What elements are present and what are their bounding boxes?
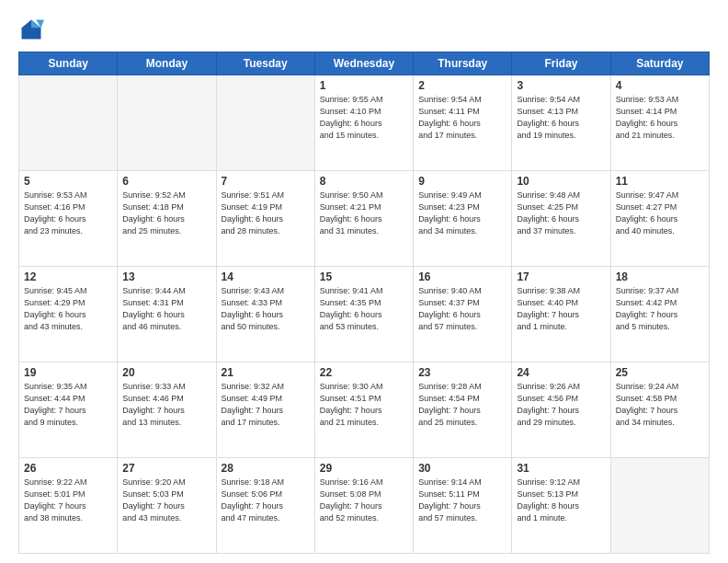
day-number: 9 <box>418 175 506 188</box>
day-header-sunday: Sunday <box>19 52 118 75</box>
day-cell-21: 21Sunrise: 9:32 AM Sunset: 4:49 PM Dayli… <box>216 362 314 458</box>
day-info: Sunrise: 9:32 AM Sunset: 4:49 PM Dayligh… <box>222 381 310 429</box>
empty-cell <box>118 75 216 171</box>
day-cell-27: 27Sunrise: 9:20 AM Sunset: 5:03 PM Dayli… <box>118 458 216 554</box>
day-number: 18 <box>616 270 704 283</box>
day-number: 22 <box>320 366 408 379</box>
day-info: Sunrise: 9:30 AM Sunset: 4:51 PM Dayligh… <box>320 381 408 429</box>
week-row-5: 26Sunrise: 9:22 AM Sunset: 5:01 PM Dayli… <box>19 458 710 554</box>
day-info: Sunrise: 9:51 AM Sunset: 4:19 PM Dayligh… <box>222 190 310 237</box>
day-info: Sunrise: 9:48 AM Sunset: 4:25 PM Dayligh… <box>517 190 605 237</box>
day-number: 21 <box>222 366 310 379</box>
day-info: Sunrise: 9:52 AM Sunset: 4:18 PM Dayligh… <box>122 190 210 237</box>
day-number: 15 <box>320 270 408 283</box>
day-cell-5: 5Sunrise: 9:53 AM Sunset: 4:16 PM Daylig… <box>19 171 118 267</box>
day-cell-22: 22Sunrise: 9:30 AM Sunset: 4:51 PM Dayli… <box>314 362 413 458</box>
day-header-thursday: Thursday <box>414 52 512 75</box>
day-info: Sunrise: 9:47 AM Sunset: 4:27 PM Dayligh… <box>616 190 704 237</box>
day-info: Sunrise: 9:26 AM Sunset: 4:56 PM Dayligh… <box>517 381 605 429</box>
day-number: 12 <box>24 270 112 283</box>
day-cell-18: 18Sunrise: 9:37 AM Sunset: 4:42 PM Dayli… <box>610 267 709 362</box>
day-info: Sunrise: 9:45 AM Sunset: 4:29 PM Dayligh… <box>24 285 112 333</box>
day-cell-14: 14Sunrise: 9:43 AM Sunset: 4:33 PM Dayli… <box>216 267 314 362</box>
day-number: 13 <box>122 270 210 283</box>
day-number: 16 <box>418 270 506 283</box>
day-number: 31 <box>517 462 605 475</box>
day-info: Sunrise: 9:20 AM Sunset: 5:03 PM Dayligh… <box>122 477 210 524</box>
week-row-2: 5Sunrise: 9:53 AM Sunset: 4:16 PM Daylig… <box>19 171 710 267</box>
day-cell-25: 25Sunrise: 9:24 AM Sunset: 4:58 PM Dayli… <box>610 362 709 458</box>
day-info: Sunrise: 9:12 AM Sunset: 5:13 PM Dayligh… <box>517 477 605 524</box>
day-info: Sunrise: 9:24 AM Sunset: 4:58 PM Dayligh… <box>616 381 704 429</box>
day-number: 25 <box>616 366 704 379</box>
day-info: Sunrise: 9:22 AM Sunset: 5:01 PM Dayligh… <box>24 477 112 524</box>
day-cell-12: 12Sunrise: 9:45 AM Sunset: 4:29 PM Dayli… <box>19 267 118 362</box>
empty-cell <box>610 458 709 554</box>
day-cell-31: 31Sunrise: 9:12 AM Sunset: 5:13 PM Dayli… <box>512 458 610 554</box>
day-cell-7: 7Sunrise: 9:51 AM Sunset: 4:19 PM Daylig… <box>216 171 314 267</box>
day-info: Sunrise: 9:18 AM Sunset: 5:06 PM Dayligh… <box>222 477 310 524</box>
day-number: 23 <box>418 366 506 379</box>
day-number: 7 <box>222 175 310 188</box>
day-cell-30: 30Sunrise: 9:14 AM Sunset: 5:11 PM Dayli… <box>414 458 512 554</box>
day-cell-28: 28Sunrise: 9:18 AM Sunset: 5:06 PM Dayli… <box>216 458 314 554</box>
days-header-row: SundayMondayTuesdayWednesdayThursdayFrid… <box>19 52 710 75</box>
calendar-table: SundayMondayTuesdayWednesdayThursdayFrid… <box>18 52 710 554</box>
day-info: Sunrise: 9:35 AM Sunset: 4:44 PM Dayligh… <box>24 381 112 429</box>
day-header-wednesday: Wednesday <box>314 52 413 75</box>
logo-icon <box>18 17 44 42</box>
day-info: Sunrise: 9:40 AM Sunset: 4:37 PM Dayligh… <box>418 285 506 333</box>
day-cell-29: 29Sunrise: 9:16 AM Sunset: 5:08 PM Dayli… <box>314 458 413 554</box>
day-cell-20: 20Sunrise: 9:33 AM Sunset: 4:46 PM Dayli… <box>118 362 216 458</box>
day-cell-9: 9Sunrise: 9:49 AM Sunset: 4:23 PM Daylig… <box>414 171 512 267</box>
page: SundayMondayTuesdayWednesdayThursdayFrid… <box>0 0 728 563</box>
week-row-1: 1Sunrise: 9:55 AM Sunset: 4:10 PM Daylig… <box>19 75 710 171</box>
day-number: 1 <box>320 79 408 92</box>
empty-cell <box>19 75 118 171</box>
day-cell-6: 6Sunrise: 9:52 AM Sunset: 4:18 PM Daylig… <box>118 171 216 267</box>
day-info: Sunrise: 9:14 AM Sunset: 5:11 PM Dayligh… <box>418 477 506 524</box>
day-info: Sunrise: 9:37 AM Sunset: 4:42 PM Dayligh… <box>616 285 704 333</box>
day-cell-17: 17Sunrise: 9:38 AM Sunset: 4:40 PM Dayli… <box>512 267 610 362</box>
day-cell-24: 24Sunrise: 9:26 AM Sunset: 4:56 PM Dayli… <box>512 362 610 458</box>
day-cell-13: 13Sunrise: 9:44 AM Sunset: 4:31 PM Dayli… <box>118 267 216 362</box>
day-info: Sunrise: 9:41 AM Sunset: 4:35 PM Dayligh… <box>320 285 408 333</box>
day-number: 4 <box>616 79 704 92</box>
day-number: 17 <box>517 270 605 283</box>
day-cell-16: 16Sunrise: 9:40 AM Sunset: 4:37 PM Dayli… <box>414 267 512 362</box>
day-info: Sunrise: 9:54 AM Sunset: 4:13 PM Dayligh… <box>517 94 605 142</box>
day-number: 20 <box>122 366 210 379</box>
day-number: 14 <box>222 270 310 283</box>
day-header-monday: Monday <box>118 52 216 75</box>
week-row-3: 12Sunrise: 9:45 AM Sunset: 4:29 PM Dayli… <box>19 267 710 362</box>
day-number: 10 <box>517 175 605 188</box>
day-cell-26: 26Sunrise: 9:22 AM Sunset: 5:01 PM Dayli… <box>19 458 118 554</box>
day-number: 27 <box>122 462 210 475</box>
day-number: 28 <box>222 462 310 475</box>
day-number: 30 <box>418 462 506 475</box>
day-info: Sunrise: 9:28 AM Sunset: 4:54 PM Dayligh… <box>418 381 506 429</box>
day-info: Sunrise: 9:38 AM Sunset: 4:40 PM Dayligh… <box>517 285 605 333</box>
day-info: Sunrise: 9:55 AM Sunset: 4:10 PM Dayligh… <box>320 94 408 142</box>
day-number: 2 <box>418 79 506 92</box>
week-row-4: 19Sunrise: 9:35 AM Sunset: 4:44 PM Dayli… <box>19 362 710 458</box>
day-info: Sunrise: 9:53 AM Sunset: 4:14 PM Dayligh… <box>616 94 704 142</box>
day-cell-10: 10Sunrise: 9:48 AM Sunset: 4:25 PM Dayli… <box>512 171 610 267</box>
day-cell-15: 15Sunrise: 9:41 AM Sunset: 4:35 PM Dayli… <box>314 267 413 362</box>
day-cell-23: 23Sunrise: 9:28 AM Sunset: 4:54 PM Dayli… <box>414 362 512 458</box>
day-info: Sunrise: 9:49 AM Sunset: 4:23 PM Dayligh… <box>418 190 506 237</box>
day-number: 6 <box>122 175 210 188</box>
day-cell-2: 2Sunrise: 9:54 AM Sunset: 4:11 PM Daylig… <box>414 75 512 171</box>
day-header-saturday: Saturday <box>610 52 709 75</box>
empty-cell <box>216 75 314 171</box>
day-number: 3 <box>517 79 605 92</box>
day-number: 5 <box>24 175 112 188</box>
day-info: Sunrise: 9:33 AM Sunset: 4:46 PM Dayligh… <box>122 381 210 429</box>
day-info: Sunrise: 9:53 AM Sunset: 4:16 PM Dayligh… <box>24 190 112 237</box>
day-info: Sunrise: 9:44 AM Sunset: 4:31 PM Dayligh… <box>122 285 210 333</box>
day-cell-4: 4Sunrise: 9:53 AM Sunset: 4:14 PM Daylig… <box>610 75 709 171</box>
day-number: 29 <box>320 462 408 475</box>
day-number: 19 <box>24 366 112 379</box>
day-header-tuesday: Tuesday <box>216 52 314 75</box>
day-number: 11 <box>616 175 704 188</box>
